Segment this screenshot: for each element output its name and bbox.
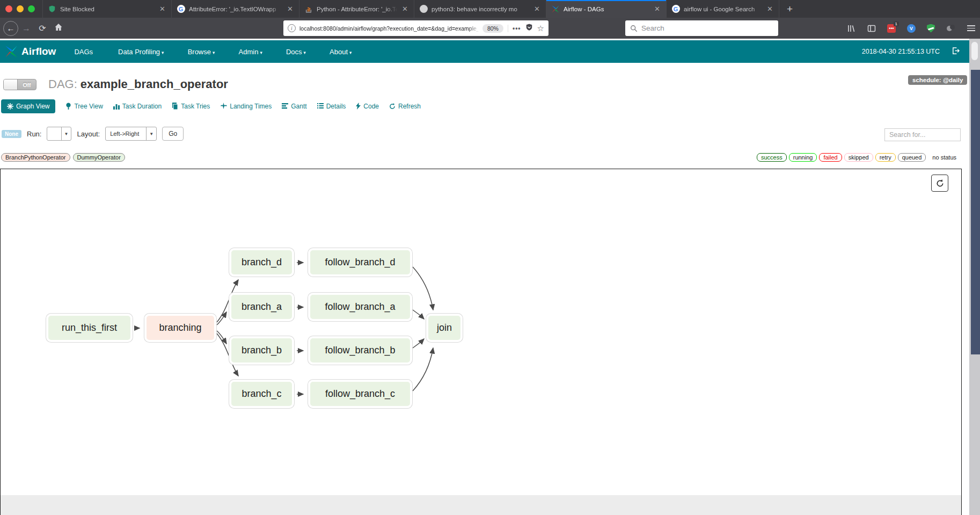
reload-icon[interactable]: ⟳ xyxy=(34,23,50,33)
tab-attributeerror[interactable]: G AttributeError: '_io.TextIOWrapp ✕ xyxy=(171,0,299,18)
tab-task-duration[interactable]: Task Duration xyxy=(113,103,162,110)
task-node-follow_branch_d[interactable]: follow_branch_d xyxy=(308,248,412,277)
layout-select[interactable]: Left->Right ▼ xyxy=(105,127,157,141)
extension-badge: 1 xyxy=(894,21,899,26)
nav-item-browse[interactable]: Browse▾ xyxy=(176,48,227,56)
tab-title: Python - AttributeError: '_io.Te xyxy=(317,6,397,12)
legend-success: success xyxy=(757,153,787,162)
browser-toolbar: ← → ⟳ i localhost:8080/admin/airflow/gra… xyxy=(0,18,980,39)
sidebar-icon[interactable] xyxy=(867,24,876,33)
tab-task-tries[interactable]: Task Tries xyxy=(172,103,210,110)
home-icon[interactable] xyxy=(50,23,67,33)
url-bar[interactable]: i localhost:8080/admin/airflow/graph?exe… xyxy=(283,20,548,36)
legend-branchpythonoperator: BranchPythonOperator xyxy=(1,153,70,162)
task-node-join[interactable]: join xyxy=(426,314,463,342)
dag-prefix: DAG: xyxy=(48,77,77,91)
stackoverflow-favicon-icon xyxy=(304,5,313,13)
minimize-window-button[interactable] xyxy=(17,5,24,12)
browser-search-input[interactable] xyxy=(641,24,749,32)
task-node-follow_branch_a[interactable]: follow_branch_a xyxy=(308,293,412,321)
tab-close-icon[interactable]: ✕ xyxy=(653,5,661,13)
page-actions-icon[interactable]: ••• xyxy=(508,25,521,32)
operator-legend: BranchPythonOperator DummyOperator xyxy=(1,153,125,162)
adblock-shield-icon[interactable] xyxy=(927,24,935,33)
page-info-icon[interactable]: i xyxy=(288,24,296,32)
nav-item-data-profiling[interactable]: Data Profiling▾ xyxy=(106,48,176,56)
graph-refresh-button[interactable] xyxy=(931,175,948,192)
run-controls: None Run: ▼ Layout: Left->Right ▼ Go xyxy=(2,127,184,141)
refresh-icon xyxy=(936,179,944,187)
code-icon xyxy=(356,103,361,110)
zoom-window-button[interactable] xyxy=(28,5,35,12)
edge-follow_b-join xyxy=(413,339,424,348)
url-text: localhost:8080/admin/airflow/graph?execu… xyxy=(299,25,479,32)
tab-airflow-ui-search[interactable]: G airflow ui - Google Search ✕ xyxy=(666,0,779,18)
task-node-branching[interactable]: branching xyxy=(144,314,216,342)
legend-queued: queued xyxy=(898,153,926,162)
tab-code[interactable]: Code xyxy=(356,103,379,110)
go-button[interactable]: Go xyxy=(162,127,184,141)
airflow-brand[interactable]: Airflow xyxy=(0,45,62,59)
graph-view-icon xyxy=(7,103,13,110)
logout-icon[interactable] xyxy=(952,47,960,56)
legend-no-status: no status xyxy=(928,153,961,162)
dag-edges xyxy=(1,169,961,515)
close-window-button[interactable] xyxy=(5,5,12,12)
tracking-protection-shield-icon[interactable] xyxy=(525,23,533,33)
tab-tree-view[interactable]: Tree View xyxy=(65,103,103,110)
legend-retry: retry xyxy=(875,153,896,162)
zoom-level-badge[interactable]: 80% xyxy=(482,24,503,33)
task-node-branch_b[interactable]: branch_b xyxy=(229,336,294,365)
cookies-icon[interactable] xyxy=(946,24,955,33)
nav-item-docs[interactable]: Docs▾ xyxy=(274,48,318,56)
tab-close-icon[interactable]: ✕ xyxy=(286,5,294,13)
nav-item-admin[interactable]: Admin▾ xyxy=(227,48,274,56)
task-node-run_this_first[interactable]: run_this_first xyxy=(46,314,133,342)
task-node-branch_d[interactable]: branch_d xyxy=(229,248,294,277)
dag-graph-canvas[interactable]: run_this_first branching branch_d follow… xyxy=(0,169,962,515)
task-node-follow_branch_b[interactable]: follow_branch_b xyxy=(308,336,412,365)
task-node-follow_branch_c[interactable]: follow_branch_c xyxy=(308,380,412,408)
browser-search-bar[interactable] xyxy=(625,20,778,36)
tab-refresh[interactable]: Refresh xyxy=(389,103,421,110)
forward-icon[interactable]: → xyxy=(18,24,34,33)
chevron-down-icon: ▼ xyxy=(61,127,71,140)
extension-blue-icon[interactable]: V xyxy=(907,24,916,33)
shield-site-blocked-icon xyxy=(48,5,56,13)
toolbar-extension-icons: ••• 1 V xyxy=(846,18,976,39)
tab-landing-times[interactable]: Landing Times xyxy=(220,103,272,110)
schedule-badge[interactable]: schedule: @daily xyxy=(908,75,967,85)
tab-airflow-dags[interactable]: Airflow - DAGs ✕ xyxy=(546,0,666,18)
tab-close-icon[interactable]: ✕ xyxy=(533,5,541,13)
back-icon[interactable]: ← xyxy=(3,21,18,36)
tab-gantt[interactable]: Gantt xyxy=(282,103,306,110)
task-node-branch_a[interactable]: branch_a xyxy=(229,293,294,321)
bookmark-star-icon[interactable]: ☆ xyxy=(537,24,544,33)
extension-red-icon[interactable]: ••• 1 xyxy=(887,24,896,33)
status-legend: success running failed skipped retry que… xyxy=(757,153,961,162)
tab-close-icon[interactable]: ✕ xyxy=(766,5,774,13)
scrollbar-thumb[interactable] xyxy=(971,42,978,60)
tab-title: Site Blocked xyxy=(60,6,155,12)
task-search-input[interactable] xyxy=(884,128,961,141)
tab-site-blocked[interactable]: Site Blocked ✕ xyxy=(42,0,171,18)
tab-title: airflow ui - Google Search xyxy=(684,6,762,12)
task-tries-icon xyxy=(172,103,178,110)
google-favicon-icon: G xyxy=(177,5,185,13)
new-tab-button[interactable]: + xyxy=(779,0,800,18)
task-node-branch_c[interactable]: branch_c xyxy=(229,380,294,408)
tab-python-attributeerror[interactable]: Python - AttributeError: '_io.Te ✕ xyxy=(299,0,414,18)
tab-close-icon[interactable]: ✕ xyxy=(158,5,166,13)
menu-hamburger-icon[interactable] xyxy=(967,24,976,33)
nav-item-dags[interactable]: DAGs xyxy=(62,48,106,56)
dag-pause-toggle[interactable]: Off xyxy=(3,79,36,90)
run-select[interactable]: ▼ xyxy=(47,127,71,141)
nav-item-about[interactable]: About▾ xyxy=(318,48,364,56)
library-icon[interactable] xyxy=(846,24,855,33)
tab-python3-behave[interactable]: python3: behave incorrectly mo ✕ xyxy=(414,0,546,18)
tab-close-icon[interactable]: ✕ xyxy=(401,5,409,13)
tab-graph-view[interactable]: Graph View xyxy=(1,99,55,113)
chevron-down-icon: ▼ xyxy=(146,127,156,140)
edge-follow_d-join xyxy=(413,267,433,310)
tab-details[interactable]: Details xyxy=(317,103,346,110)
